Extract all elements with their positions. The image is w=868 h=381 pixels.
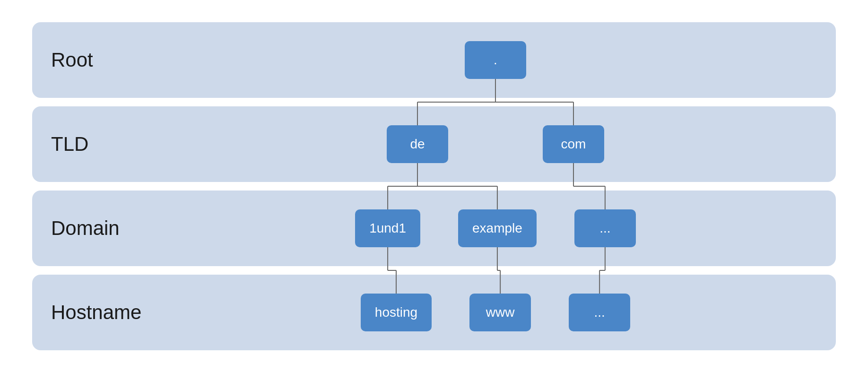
- hostname-content: hosting www ...: [174, 294, 817, 331]
- root-content: .: [174, 41, 817, 79]
- root-level-row: Root .: [32, 22, 836, 98]
- hostname-ellipsis-node: ...: [569, 294, 630, 331]
- hostname-nodes: hosting www ...: [361, 294, 630, 331]
- root-dot-node: .: [465, 41, 526, 79]
- dns-diagram: Root . TLD de com Domain 1und1 example .…: [32, 22, 836, 359]
- hostname-label: Hostname: [51, 301, 174, 324]
- domain-ellipsis-node: ...: [574, 209, 636, 247]
- hostname-www-node: www: [469, 294, 531, 331]
- tld-de-node: de: [387, 125, 448, 163]
- tld-nodes: de com: [387, 125, 604, 163]
- domain-1und1-node: 1und1: [355, 209, 420, 247]
- tld-content: de com: [174, 125, 817, 163]
- domain-label: Domain: [51, 217, 174, 240]
- hostname-hosting-node: hosting: [361, 294, 432, 331]
- hostname-level-row: Hostname hosting www ...: [32, 275, 836, 350]
- domain-level-row: Domain 1und1 example ...: [32, 190, 836, 266]
- tld-level-row: TLD de com: [32, 106, 836, 182]
- root-label: Root: [51, 49, 174, 71]
- domain-content: 1und1 example ...: [174, 209, 817, 247]
- domain-example-node: example: [458, 209, 537, 247]
- domain-nodes: 1und1 example ...: [355, 209, 636, 247]
- tld-com-node: com: [543, 125, 604, 163]
- tld-label: TLD: [51, 133, 174, 156]
